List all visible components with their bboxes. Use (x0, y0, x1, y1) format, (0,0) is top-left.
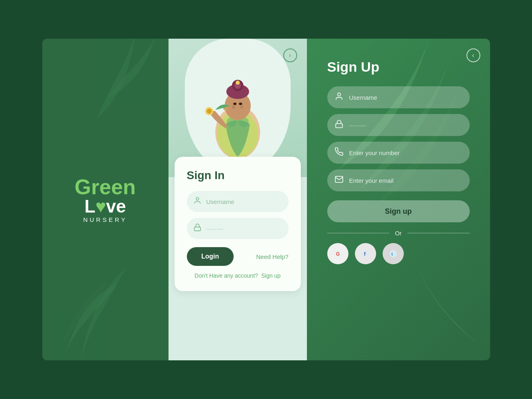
svg-point-10 (240, 105, 243, 109)
facebook-signin-button[interactable]: f (355, 243, 376, 264)
signup-username-group (327, 86, 470, 108)
svg-rect-19 (335, 124, 342, 128)
signup-phone-group (327, 142, 470, 164)
love-heart-icon: ♥ (95, 197, 106, 215)
no-account-text: Don't Have any account? Sign up (187, 272, 289, 279)
twitter-signin-button[interactable]: t (383, 243, 404, 264)
no-account-label: Don't Have any account? (195, 272, 258, 279)
leaf-bottom-left-icon (42, 214, 128, 360)
login-button[interactable]: Login (187, 247, 234, 266)
login-row: Login Need Help? (187, 247, 289, 266)
nav-next-button[interactable]: › (283, 48, 297, 62)
signup-email-input[interactable] (327, 169, 470, 191)
twitter-icon: t (389, 249, 398, 258)
brand-green-text: Green (74, 176, 136, 197)
brand-nursery-text: NURSERY (74, 216, 136, 223)
or-line-left (327, 233, 390, 233)
signup-lock-icon (335, 120, 344, 131)
facebook-icon: f (361, 249, 370, 258)
social-buttons-row: G f t (327, 243, 470, 264)
google-signin-button[interactable]: G (327, 243, 348, 264)
love-l: L (85, 197, 96, 215)
need-help-button[interactable]: Need Help? (256, 253, 288, 260)
signup-title: Sign Up (327, 59, 470, 75)
username-group (187, 191, 289, 212)
signup-password-group (327, 114, 470, 136)
love-ve: ve (106, 197, 126, 215)
svg-text:t: t (391, 252, 393, 256)
signup-button[interactable]: Sign up (327, 200, 470, 222)
svg-text:f: f (364, 251, 366, 257)
leaf-top-right-icon (95, 39, 169, 169)
svg-point-8 (236, 81, 240, 85)
signup-phone-input[interactable] (327, 142, 470, 164)
middle-top-section: › (169, 39, 307, 177)
svg-point-11 (233, 103, 236, 105)
brand-logo: Green L♥ve NURSERY (74, 176, 136, 223)
svg-point-15 (207, 109, 212, 114)
lock-icon (193, 224, 201, 234)
svg-rect-17 (194, 227, 200, 231)
app-container: Green L♥ve NURSERY (42, 39, 490, 360)
phone-icon (335, 147, 344, 158)
svg-point-9 (232, 105, 235, 109)
middle-panel: › Sign In (169, 39, 307, 360)
user-icon (193, 197, 201, 207)
email-icon (335, 175, 344, 186)
svg-point-16 (196, 197, 199, 200)
google-icon: G (333, 249, 342, 258)
character-illustration (201, 43, 274, 157)
chevron-right-icon: › (289, 52, 291, 59)
signin-title: Sign In (187, 169, 289, 182)
signup-email-group (327, 169, 470, 191)
brand-love-text: L♥ve (74, 197, 136, 215)
svg-point-12 (239, 103, 242, 105)
signin-card: Sign In (175, 157, 301, 291)
signin-username-input[interactable] (187, 191, 289, 212)
left-panel: Green L♥ve NURSERY (42, 39, 169, 360)
signup-user-icon (335, 92, 344, 103)
svg-point-18 (337, 93, 340, 96)
signup-password-input[interactable] (327, 114, 470, 136)
svg-text:G: G (336, 251, 339, 257)
or-divider: Or (327, 230, 470, 237)
nav-back-button[interactable]: ‹ (466, 48, 480, 62)
chevron-left-icon: ‹ (472, 52, 474, 59)
password-group (187, 218, 289, 239)
signup-username-input[interactable] (327, 86, 470, 108)
or-line-right (407, 233, 470, 233)
signin-password-input[interactable] (187, 218, 289, 239)
goto-signup-link[interactable]: Sign up (261, 272, 280, 279)
or-text: Or (395, 230, 402, 237)
right-panel: ‹ Sign Up (307, 39, 490, 360)
